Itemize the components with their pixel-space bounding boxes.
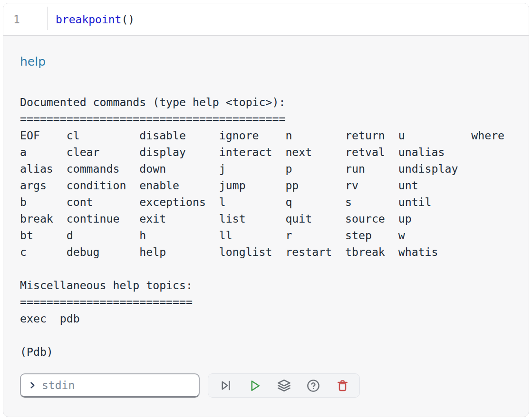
- python-cell-card: 1 breakpoint() help Documented commands …: [3, 3, 529, 417]
- clear-button[interactable]: [333, 376, 352, 395]
- play-icon: [248, 379, 262, 393]
- shell-echo-input: help: [20, 55, 512, 69]
- shell-output: Documented commands (type help <topic>):…: [20, 94, 512, 327]
- shell-controls: [20, 373, 512, 398]
- shell-toolbar: [208, 373, 360, 398]
- code-token-punctuation: (): [121, 13, 135, 26]
- chevron-right-icon: [28, 381, 37, 390]
- code-line[interactable]: breakpoint(): [48, 3, 529, 35]
- code-editor[interactable]: 1 breakpoint(): [3, 3, 529, 36]
- line-number-gutter: 1: [3, 3, 48, 35]
- run-button[interactable]: [245, 376, 264, 395]
- stdin-input[interactable]: [41, 379, 194, 392]
- pdb-prompt: (Pdb): [20, 343, 512, 360]
- question-circle-icon: [307, 379, 320, 392]
- layers-icon: [277, 379, 291, 392]
- help-button[interactable]: [304, 376, 323, 395]
- shell-output-panel: help Documented commands (type help <top…: [3, 36, 529, 398]
- skip-forward-icon: [219, 379, 232, 392]
- birdseye-button[interactable]: [274, 376, 293, 395]
- code-token-builtin: breakpoint: [56, 13, 121, 26]
- trash-icon: [336, 379, 349, 392]
- step-button[interactable]: [216, 376, 235, 395]
- stdin-input-box[interactable]: [20, 373, 200, 398]
- line-number: 1: [13, 13, 20, 26]
